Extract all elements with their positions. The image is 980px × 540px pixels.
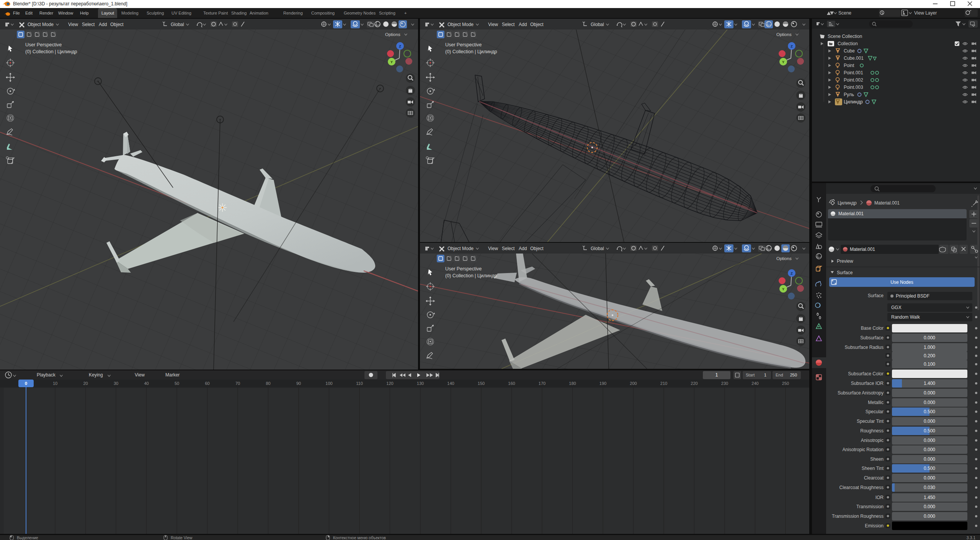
svg-text:0.000: 0.000	[924, 390, 935, 396]
svg-text:Playback: Playback	[37, 372, 56, 378]
svg-text:Point: Point	[844, 63, 854, 68]
svg-text:Point.001: Point.001	[844, 70, 863, 75]
svg-text:Выделение: Выделение	[17, 535, 38, 540]
svg-text:Subsurface Radius: Subsurface Radius	[845, 345, 884, 350]
svg-text:(0) Collection | Цилиндр: (0) Collection | Цилиндр	[25, 49, 77, 54]
svg-text:Sheen: Sheen	[870, 457, 884, 462]
svg-text:0.500: 0.500	[924, 466, 935, 471]
svg-text:50: 50	[175, 381, 179, 386]
svg-text:1.450: 1.450	[924, 495, 935, 500]
svg-text:170: 170	[539, 381, 546, 386]
svg-text:250: 250	[782, 381, 789, 386]
svg-text:Object Mode: Object Mode	[28, 22, 54, 27]
svg-text:Surface: Surface	[837, 270, 853, 275]
svg-text:Point.003: Point.003	[844, 85, 863, 90]
svg-text:Контекстное меню объектов: Контекстное меню объектов	[333, 535, 386, 540]
svg-text:70: 70	[235, 381, 240, 386]
svg-text:End: End	[776, 373, 783, 377]
svg-text:Цилиндр: Цилиндр	[838, 200, 857, 206]
svg-text:View: View	[488, 22, 498, 27]
svg-text:120: 120	[386, 381, 393, 386]
svg-text:Use Nodes: Use Nodes	[890, 280, 913, 285]
svg-text:Object Mode: Object Mode	[448, 22, 474, 27]
svg-text:Cube: Cube	[844, 48, 855, 54]
svg-text:Z: Z	[791, 44, 793, 48]
svg-text:0.100: 0.100	[924, 362, 935, 367]
svg-text:190: 190	[599, 381, 606, 386]
svg-text:0.000: 0.000	[924, 457, 935, 462]
svg-text:0.000: 0.000	[924, 419, 935, 424]
svg-text:0: 0	[25, 381, 27, 386]
svg-text:0.000: 0.000	[924, 447, 935, 452]
svg-text:Scene Collection: Scene Collection	[828, 34, 862, 39]
svg-text:Rotate View: Rotate View	[171, 535, 193, 540]
svg-text:1: 1	[764, 373, 766, 377]
svg-text:Surface: Surface	[868, 293, 884, 298]
svg-text:250: 250	[790, 373, 797, 377]
svg-text:90: 90	[296, 381, 301, 386]
svg-text:Cube.001: Cube.001	[844, 56, 864, 61]
svg-text:User Perspective: User Perspective	[25, 42, 62, 47]
svg-text:Y: Y	[782, 287, 784, 291]
svg-text:Select: Select	[502, 22, 515, 27]
svg-text:Subsurface: Subsurface	[860, 335, 884, 340]
svg-text:0.500: 0.500	[924, 428, 935, 434]
svg-text:Select: Select	[82, 22, 95, 27]
svg-text:0.200: 0.200	[924, 353, 935, 358]
svg-text:0.000: 0.000	[924, 438, 935, 443]
svg-text:1.400: 1.400	[924, 381, 935, 386]
svg-text:10: 10	[53, 381, 57, 386]
svg-text:Keying: Keying	[89, 372, 103, 378]
svg-text:Z: Z	[399, 44, 401, 48]
svg-text:Anisotropic: Anisotropic	[861, 438, 884, 443]
svg-text:Руль: Руль	[844, 92, 854, 97]
svg-text:Y: Y	[782, 60, 784, 64]
svg-text:Base Color: Base Color	[861, 326, 884, 331]
svg-text:150: 150	[478, 381, 485, 386]
svg-text:Clearcoat: Clearcoat	[864, 475, 884, 481]
svg-text:0.000: 0.000	[924, 475, 935, 481]
svg-text:View: View	[135, 372, 145, 378]
svg-text:Preview: Preview	[837, 259, 853, 264]
svg-text:3.3.1: 3.3.1	[967, 535, 976, 540]
svg-text:180: 180	[569, 381, 576, 386]
svg-text:Specular: Specular	[866, 409, 884, 414]
svg-text:(0) Collection | Цилиндр: (0) Collection | Цилиндр	[445, 273, 497, 278]
svg-text:Collection: Collection	[838, 41, 858, 46]
svg-text:0.500: 0.500	[924, 409, 935, 414]
svg-text:Global: Global	[591, 246, 604, 251]
svg-text:Options: Options	[776, 256, 792, 261]
svg-text:User Perspective: User Perspective	[445, 266, 482, 272]
svg-text:Sheen Tint: Sheen Tint	[862, 466, 884, 471]
svg-text:Subsurface Anisotropy: Subsurface Anisotropy	[838, 390, 884, 396]
svg-text:Principled BSDF: Principled BSDF	[896, 293, 929, 299]
svg-text:Start: Start	[746, 373, 755, 377]
svg-text:User Perspective: User Perspective	[445, 42, 482, 47]
svg-text:Transmission Roughness: Transmission Roughness	[832, 514, 884, 519]
svg-text:Material.001: Material.001	[874, 200, 900, 206]
svg-text:20: 20	[83, 381, 88, 386]
svg-text:110: 110	[356, 381, 363, 386]
svg-text:Marker: Marker	[165, 372, 180, 378]
svg-text:Y: Y	[390, 60, 393, 64]
svg-text:80: 80	[266, 381, 270, 386]
svg-text:Clearcoat Roughness: Clearcoat Roughness	[840, 485, 884, 490]
svg-text:0.000: 0.000	[924, 514, 935, 519]
svg-text:Z: Z	[791, 272, 793, 275]
svg-text:Add: Add	[519, 246, 527, 251]
svg-text:130: 130	[417, 381, 424, 386]
svg-text:Select: Select	[502, 246, 515, 251]
svg-text:220: 220	[691, 381, 697, 386]
svg-text:Object: Object	[110, 22, 124, 27]
svg-text:140: 140	[447, 381, 454, 386]
svg-text:0.000: 0.000	[924, 335, 935, 340]
svg-text:Цилиндр: Цилиндр	[844, 99, 863, 105]
svg-text:Transmission: Transmission	[856, 504, 884, 509]
svg-text:240: 240	[751, 381, 758, 386]
svg-text:Material.001: Material.001	[838, 211, 864, 216]
svg-text:(0) Collection | Цилиндр: (0) Collection | Цилиндр	[445, 49, 497, 54]
svg-text:Metallic: Metallic	[868, 400, 884, 405]
svg-text:Specular Tint: Specular Tint	[857, 419, 884, 424]
svg-text:Material.001: Material.001	[850, 247, 875, 252]
svg-text:Roughness: Roughness	[860, 428, 884, 434]
